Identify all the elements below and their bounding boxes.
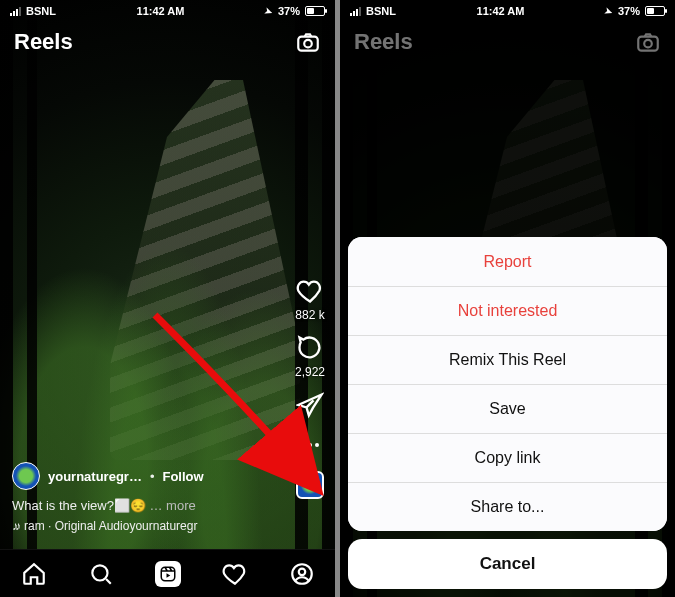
action-rail: 882 k 2,922 (295, 277, 325, 499)
username[interactable]: yournaturegr… (48, 469, 142, 484)
clock: 11:42 AM (477, 5, 525, 17)
reels-header: Reels (0, 24, 335, 60)
svg-point-7 (644, 40, 652, 48)
separator: • (150, 469, 155, 484)
profile-tab[interactable] (289, 561, 315, 587)
sheet-cancel[interactable]: Cancel (348, 539, 667, 589)
audio-thumb-icon (296, 471, 324, 499)
svg-rect-0 (298, 37, 318, 51)
battery-pct: 37% (278, 5, 300, 17)
caption-text: What is the view? (12, 498, 114, 513)
page-title: Reels (14, 29, 73, 55)
status-bar: BSNL 11:42 AM 37% (0, 0, 335, 22)
activity-tab[interactable] (222, 561, 248, 587)
battery-pct: 37% (618, 5, 640, 17)
reels-screen-right: BSNL 11:42 AM 37% Reels ial Audioyournat… (340, 0, 675, 597)
reel-meta: yournaturegr… • Follow What is the view?… (12, 462, 279, 533)
action-sheet: Report Not interested Remix This Reel Sa… (348, 237, 667, 589)
comment-count: 2,922 (295, 365, 325, 379)
svg-rect-6 (638, 37, 658, 51)
sheet-report[interactable]: Report (348, 237, 667, 286)
battery-icon (305, 6, 325, 16)
sheet-not-interested[interactable]: Not interested (348, 286, 667, 335)
ellipsis-icon (296, 431, 324, 459)
home-tab[interactable] (21, 561, 47, 587)
sheet-copy-link[interactable]: Copy link (348, 433, 667, 482)
share-button[interactable] (296, 391, 324, 419)
reels-screen-left: BSNL 11:42 AM 37% Reels 882 k 2,922 (0, 0, 335, 597)
more-button[interactable] (296, 431, 324, 459)
reels-tab[interactable] (155, 561, 181, 587)
battery-icon (645, 6, 665, 16)
location-icon (265, 5, 273, 17)
page-title: Reels (354, 29, 413, 55)
svg-point-2 (92, 565, 107, 580)
sheet-share-to[interactable]: Share to... (348, 482, 667, 531)
signal-icon (10, 7, 21, 16)
sheet-save[interactable]: Save (348, 384, 667, 433)
svg-rect-3 (161, 567, 175, 581)
carrier-label: BSNL (366, 5, 396, 17)
clock: 11:42 AM (137, 5, 185, 17)
svg-point-1 (304, 40, 312, 48)
audio-row[interactable]: ram · Original Audioyournaturegr (12, 519, 279, 533)
like-button[interactable]: 882 k (295, 277, 324, 322)
svg-point-5 (298, 568, 305, 575)
sheet-remix[interactable]: Remix This Reel (348, 335, 667, 384)
audio-label: ram · Original Audioyournaturegr (24, 519, 197, 533)
audio-thumbnail[interactable] (296, 471, 324, 499)
camera-icon[interactable] (295, 29, 321, 55)
tab-bar (0, 549, 335, 597)
like-count: 882 k (295, 308, 324, 322)
location-icon (605, 5, 613, 17)
carrier-label: BSNL (26, 5, 56, 17)
caption-more[interactable]: … more (150, 498, 196, 513)
status-bar: BSNL 11:42 AM 37% (340, 0, 675, 22)
reels-header: Reels (340, 24, 675, 60)
caption-emoji: ⬜😔 (114, 498, 146, 513)
camera-icon[interactable] (635, 29, 661, 55)
signal-icon (350, 7, 361, 16)
search-tab[interactable] (88, 561, 114, 587)
music-icon (12, 519, 18, 533)
caption[interactable]: What is the view?⬜😔 … more (12, 498, 279, 513)
avatar[interactable] (12, 462, 40, 490)
follow-button[interactable]: Follow (162, 469, 203, 484)
comment-button[interactable]: 2,922 (295, 334, 325, 379)
